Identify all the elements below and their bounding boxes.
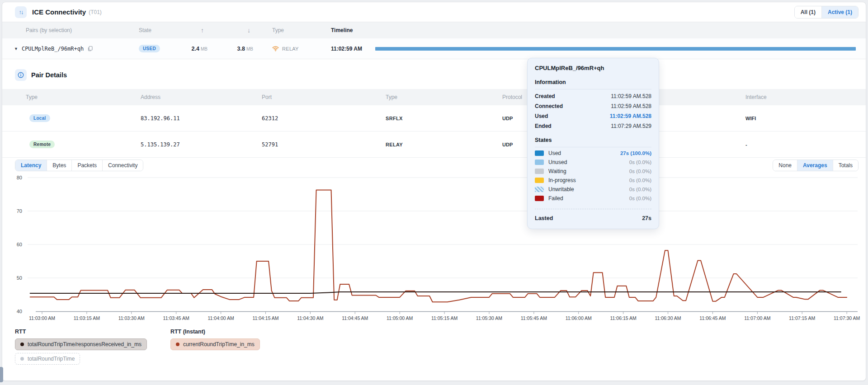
col-download-icon: ↓ — [215, 27, 271, 34]
legend-item-label: totalRoundTripTime/responsesReceived_in_… — [28, 341, 142, 347]
divider — [535, 147, 651, 147]
state-row-unused: Unused 0s (0.0%) — [535, 159, 651, 165]
tab-bytes[interactable]: Bytes — [47, 160, 72, 171]
col-address: Address — [129, 94, 251, 100]
ice-connectivity-panel: ↑↓ ICE Connectivity (T01) All (1) Active… — [2, 2, 866, 381]
timeline-bar[interactable] — [375, 47, 856, 51]
filter-all-button[interactable]: All (1) — [795, 6, 822, 18]
info-chip — [15, 69, 27, 81]
lasted-value: 27s — [642, 215, 651, 221]
tab-latency[interactable]: Latency — [15, 160, 47, 171]
expand-row-icon[interactable]: ▼ — [14, 47, 18, 51]
col-upload-icon: ↑ — [183, 27, 215, 34]
legend-item-current-rtt[interactable]: currentRoundTripTime_in_ms — [170, 338, 260, 350]
svg-text:11:05:00 AM: 11:05:00 AM — [387, 315, 413, 321]
information-heading: Information — [535, 79, 651, 85]
col-kind: Type — [2, 94, 129, 100]
svg-text:11:05:30 AM: 11:05:30 AM — [476, 315, 502, 321]
state-swatch — [535, 187, 544, 192]
state-label: Waiting — [548, 168, 566, 174]
legend-group-rtt: RTT totalRoundTripTime/responsesReceived… — [15, 329, 147, 365]
col-cand-type: Type — [373, 94, 491, 100]
legend-item-total-rtt-per-response[interactable]: totalRoundTripTime/responsesReceived_in_… — [15, 338, 147, 350]
metric-tabs: Latency Bytes Packets Connectivity — [15, 160, 143, 171]
chart-toolbar: Latency Bytes Packets Connectivity None … — [2, 159, 866, 172]
bytes-sent-unit: MB — [201, 47, 208, 52]
section-title: Pair Details — [31, 71, 67, 79]
legend-item-total-rtt[interactable]: totalRoundTripTime — [15, 353, 80, 365]
state-swatch — [535, 178, 544, 183]
col-port: Port — [251, 94, 373, 100]
page: ↑↓ ICE Connectivity (T01) All (1) Active… — [0, 0, 868, 385]
divider — [535, 89, 651, 89]
kind-badge: Remote — [29, 141, 55, 148]
states-heading: States — [535, 137, 651, 143]
svg-text:11:04:15 AM: 11:04:15 AM — [252, 315, 278, 321]
state-row-failed: Failed 0s (0.0%) — [535, 195, 651, 202]
toggle-averages[interactable]: Averages — [797, 160, 833, 171]
svg-text:11:07:00 AM: 11:07:00 AM — [744, 315, 770, 321]
svg-text:11:04:45 AM: 11:04:45 AM — [342, 315, 368, 321]
legend-group-title: RTT (Instant) — [170, 329, 260, 335]
state-row-waiting: Waiting 0s (0.0%) — [535, 168, 651, 174]
toggle-totals[interactable]: Totals — [833, 160, 858, 171]
info-label: Connected — [535, 103, 563, 109]
copy-icon[interactable] — [87, 46, 93, 52]
latency-chart: 405060708011:03:00 AM11:03:15 AM11:03:30… — [2, 172, 866, 328]
state-value: 0s (0.0%) — [629, 178, 651, 183]
svg-text:11:04:00 AM: 11:04:00 AM — [208, 315, 234, 321]
aggregation-toggle: None Averages Totals — [773, 160, 859, 171]
address-value: 5.135.139.27 — [129, 141, 251, 148]
scrollbar-thumb[interactable] — [0, 367, 3, 382]
series-dot — [20, 357, 24, 361]
tab-connectivity[interactable]: Connectivity — [103, 160, 143, 171]
info-label: Ended — [535, 123, 552, 129]
svg-text:11:03:15 AM: 11:03:15 AM — [74, 315, 100, 321]
col-interface: Interface — [735, 94, 866, 100]
pair-row[interactable]: ▼ CPULMplReB_/96mR+qh USED 2.4MB 3.8MB R… — [2, 38, 866, 59]
series-dot — [20, 343, 24, 346]
col-state: State — [133, 27, 183, 33]
address-value: 83.192.96.11 — [129, 115, 251, 122]
series-dot — [176, 343, 179, 346]
svg-text:70: 70 — [17, 208, 22, 214]
legend-item-label: totalRoundTripTime — [28, 356, 75, 362]
bytes-received-unit: MB — [246, 47, 253, 52]
svg-text:11:05:15 AM: 11:05:15 AM — [431, 315, 458, 321]
pairs-table-header: Pairs (by selection) State ↑ ↓ Type Time… — [2, 22, 866, 38]
state-swatch — [535, 150, 544, 156]
tab-packets[interactable]: Packets — [72, 160, 103, 171]
lasted-row: Lasted 27s — [535, 215, 651, 221]
toggle-none[interactable]: None — [773, 160, 797, 171]
state-label: Unused — [548, 159, 567, 165]
svg-text:11:07:30 AM: 11:07:30 AM — [834, 315, 860, 321]
interface-value: WIFI — [735, 116, 866, 121]
info-value: 11:02:59 AM.528 — [611, 103, 651, 109]
info-row-connected: Connected 11:02:59 AM.528 — [535, 103, 651, 109]
latency-chart-svg[interactable]: 405060708011:03:00 AM11:03:15 AM11:03:30… — [2, 172, 866, 328]
legend-group-title: RTT — [15, 329, 147, 335]
state-swatch — [535, 196, 544, 201]
state-label: Unwritable — [548, 186, 574, 192]
chart-legend: RTT totalRoundTripTime/responsesReceived… — [15, 329, 260, 365]
sort-button[interactable]: ↑↓ — [15, 6, 27, 18]
details-table-header: Type Address Port Type Protocol Interfac… — [2, 89, 866, 105]
cand-type-value: RELAY — [373, 142, 491, 147]
filter-active-button[interactable]: Active (1) — [822, 6, 858, 18]
svg-text:11:03:00 AM: 11:03:00 AM — [29, 315, 55, 321]
info-value: 11:02:59 AM.528 — [610, 113, 651, 119]
info-value: 11:02:59 AM.528 — [611, 93, 651, 99]
state-row-unwritable: Unwritable 0s (0.0%) — [535, 186, 651, 192]
svg-text:11:03:30 AM: 11:03:30 AM — [118, 315, 145, 321]
svg-text:50: 50 — [17, 275, 22, 281]
svg-text:80: 80 — [17, 175, 22, 180]
svg-text:11:05:45 AM: 11:05:45 AM — [521, 315, 547, 321]
state-value: 0s (0.0%) — [629, 169, 651, 174]
timeline-start-time: 11:02:59 AM — [330, 46, 375, 52]
sort-arrows-icon: ↑↓ — [19, 9, 23, 15]
state-value: 27s (100.0%) — [620, 150, 651, 156]
svg-text:11:06:30 AM: 11:06:30 AM — [655, 315, 681, 321]
svg-text:11:06:00 AM: 11:06:00 AM — [566, 315, 592, 321]
pair-info-tooltip: CPULMplReB_/96mR+qh Information Created … — [527, 58, 659, 229]
state-label: Used — [548, 150, 561, 156]
